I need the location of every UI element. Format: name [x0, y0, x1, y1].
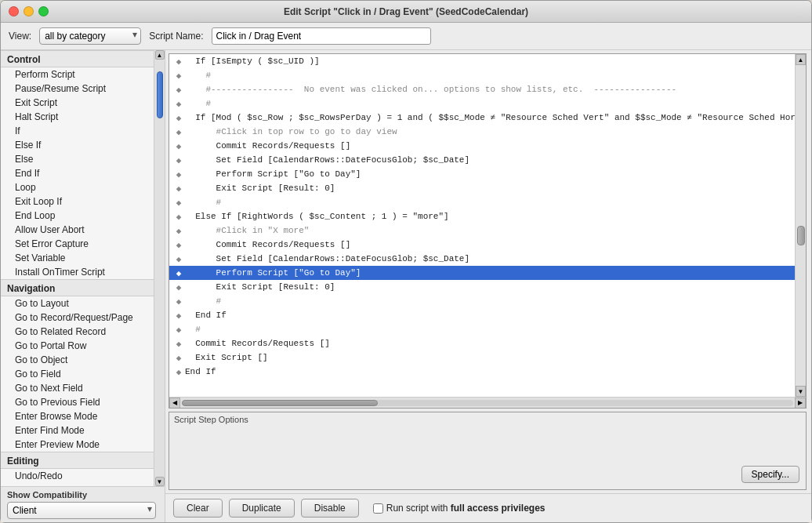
sidebar-item-else[interactable]: Else	[1, 152, 154, 166]
script-line[interactable]: ◆ #	[169, 96, 795, 111]
script-line[interactable]: ◆ Perform Script ["Go to Day"]	[169, 167, 795, 181]
script-line[interactable]: ◆ Commit Records/Requests []	[169, 336, 795, 350]
script-line[interactable]: ◆ Exit Script [Result: 0]	[169, 280, 795, 294]
compat-select-wrapper[interactable]: Client	[7, 502, 156, 519]
script-line[interactable]: ◆ #Click in top row to go to day view	[169, 125, 795, 139]
sidebar-item-perform-script[interactable]: Perform Script	[1, 67, 154, 82]
sidebar-item-enter-find-mode[interactable]: Enter Find Mode	[1, 423, 154, 438]
sidebar-item-if[interactable]: If	[1, 124, 154, 138]
sidebar-item-enter-preview-mode[interactable]: Enter Preview Mode	[1, 438, 154, 452]
show-compatibility-section: Show Compatibility Client	[1, 486, 165, 522]
editor-scroll-up[interactable]: ▲	[796, 54, 806, 65]
line-icon: ◆	[172, 367, 185, 377]
sidebar-item-go-to-next-field[interactable]: Go to Next Field	[1, 381, 154, 395]
line-icon: ◆	[172, 311, 185, 321]
script-line[interactable]: ◆ End If	[169, 308, 795, 322]
line-icon: ◆	[172, 127, 185, 137]
script-line[interactable]: ◆ #	[169, 322, 795, 336]
script-name-input[interactable]	[212, 27, 431, 45]
script-line[interactable]: ◆ #	[169, 68, 795, 82]
script-line[interactable]: ◆ #	[169, 294, 795, 308]
titlebar: Edit Script "Click in / Drag Event" (See…	[1, 1, 811, 23]
line-icon: ◆	[172, 85, 185, 95]
clear-button[interactable]: Clear	[173, 499, 223, 518]
script-line[interactable]: ◆ If [Mod ( $sc_Row ; $sc_RowsPerDay ) =…	[169, 111, 795, 125]
script-line[interactable]: ◆ Exit Script [Result: 0]	[169, 181, 795, 195]
editor-scroll-right[interactable]: ▶	[795, 398, 806, 409]
script-name-label: Script Name:	[149, 31, 203, 42]
editor-hscroll[interactable]: ◀ ▶	[169, 397, 806, 408]
sidebar-item-end-loop[interactable]: End Loop	[1, 209, 154, 223]
window-title: Edit Script "Click in / Drag Event" (See…	[284, 6, 528, 17]
sidebar-item-go-to-portal-row[interactable]: Go to Portal Row	[1, 339, 154, 353]
sidebar-item-halt-script[interactable]: Halt Script	[1, 110, 154, 124]
sidebar-item-go-to-layout[interactable]: Go to Layout	[1, 296, 154, 311]
script-line[interactable]: ◆ #---------------- No event was clicked…	[169, 82, 795, 96]
sidebar-item-go-to-field[interactable]: Go to Field	[1, 367, 154, 381]
sidebar-item-else-if[interactable]: Else If	[1, 138, 154, 152]
line-icon: ◆	[172, 296, 185, 307]
sidebar-item-pause-resume[interactable]: Pause/Resume Script	[1, 82, 154, 96]
main-content: Control Perform Script Pause/Resume Scri…	[1, 50, 811, 522]
line-icon: ◆	[172, 183, 185, 194]
script-line[interactable]: ◆ End If	[169, 365, 795, 379]
line-icon: ◆	[172, 353, 185, 363]
sidebar-item-loop[interactable]: Loop	[1, 180, 154, 194]
sidebar-item-go-to-object[interactable]: Go to Object	[1, 353, 154, 367]
sidebar-item-exit-loop-if[interactable]: Exit Loop If	[1, 194, 154, 209]
script-line[interactable]: ◆ Else If [RightWords ( $sc_Content ; 1 …	[169, 209, 795, 223]
sidebar-item-go-to-previous-field[interactable]: Go to Previous Field	[1, 395, 154, 409]
editor-hscroll-thumb	[182, 400, 378, 406]
sidebar-item-end-if[interactable]: End If	[1, 166, 154, 180]
script-line[interactable]: ◆ Commit Records/Requests []	[169, 139, 795, 153]
full-access-checkbox[interactable]	[373, 503, 383, 514]
line-icon: ◆	[172, 71, 185, 81]
bottom-bar: Clear Duplicate Disable Run script with …	[165, 493, 811, 522]
line-icon: ◆	[172, 212, 185, 222]
sidebar-item-allow-user-abort[interactable]: Allow User Abort	[1, 223, 154, 237]
line-icon: ◆	[172, 155, 185, 165]
sidebar-item-go-to-record[interactable]: Go to Record/Request/Page	[1, 311, 154, 325]
sidebar-item-undo-redo[interactable]: Undo/Redo	[1, 469, 154, 483]
sidebar-scrollbar[interactable]: ▲ ▼	[154, 50, 165, 486]
script-line[interactable]: ◆ Exit Script []	[169, 350, 795, 365]
editor-scroll-left[interactable]: ◀	[169, 398, 180, 409]
sidebar-scroll-down[interactable]: ▼	[155, 477, 165, 486]
toolbar: View: all by category Script Name:	[1, 23, 811, 50]
sidebar-item-exit-script[interactable]: Exit Script	[1, 96, 154, 110]
line-icon: ◆	[172, 99, 185, 109]
script-line[interactable]: ◆ If [IsEmpty ( $sc_UID )]	[169, 54, 795, 68]
disable-button[interactable]: Disable	[301, 499, 359, 518]
script-line[interactable]: ◆ #	[169, 195, 795, 209]
sidebar-item-set-variable[interactable]: Set Variable	[1, 251, 154, 265]
sidebar-item-install-ontimer[interactable]: Install OnTimer Script	[1, 265, 154, 279]
view-select[interactable]: all by category	[39, 27, 141, 45]
sidebar-item-go-to-related-record[interactable]: Go to Related Record	[1, 325, 154, 339]
script-line[interactable]: ◆ Set Field [CalendarRows::DateFocusGlob…	[169, 153, 795, 167]
editor-vscroll[interactable]: ▲ ▼	[795, 54, 806, 397]
sidebar-item-set-error-capture[interactable]: Set Error Capture	[1, 237, 154, 251]
category-control: Control	[1, 50, 154, 67]
script-line-selected[interactable]: ◆ Perform Script ["Go to Day"]	[169, 266, 795, 280]
duplicate-button[interactable]: Duplicate	[229, 499, 295, 518]
script-line[interactable]: ◆ #Click in "X more"	[169, 223, 795, 238]
compat-select[interactable]: Client	[7, 502, 156, 519]
minimize-button[interactable]	[24, 6, 34, 16]
line-icon: ◆	[172, 240, 185, 250]
close-button[interactable]	[9, 6, 19, 16]
script-lines-scroll[interactable]: ◆ If [IsEmpty ( $sc_UID )] ◆ # ◆ #------…	[169, 54, 795, 397]
sidebar-item-enter-browse-mode[interactable]: Enter Browse Mode	[1, 409, 154, 423]
script-line[interactable]: ◆ Set Field [CalendarRows::DateFocusGlob…	[169, 252, 795, 266]
specify-button[interactable]: Specify...	[741, 466, 799, 483]
full-access-wrapper: Run script with full access privileges	[373, 503, 546, 514]
line-icon: ◆	[172, 226, 185, 236]
traffic-lights	[9, 6, 49, 16]
sidebar-scroll-up[interactable]: ▲	[155, 50, 165, 60]
script-line[interactable]: ◆ Commit Records/Requests []	[169, 238, 795, 252]
line-icon-selected: ◆	[172, 268, 185, 278]
options-panel: Script Step Options Specify...	[169, 412, 807, 490]
editor-scroll-down[interactable]: ▼	[796, 386, 806, 397]
view-select-wrapper[interactable]: all by category	[39, 27, 141, 45]
zoom-button[interactable]	[38, 6, 49, 16]
line-icon: ◆	[172, 56, 185, 67]
